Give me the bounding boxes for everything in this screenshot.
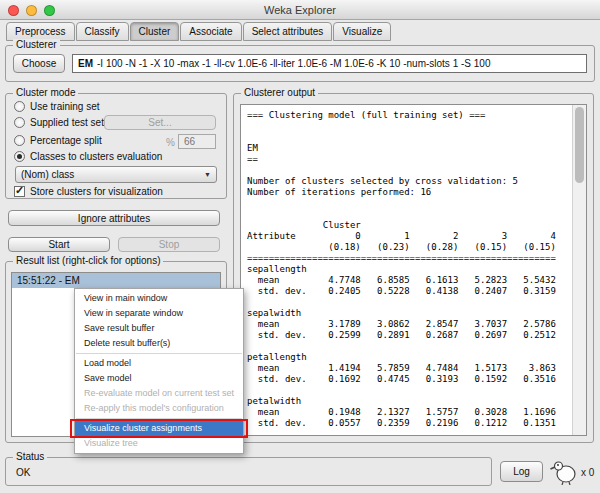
chevron-down-icon: ▼: [204, 171, 211, 178]
menu-item-delete-result-buffer[interactable]: Delete result buffer(s): [75, 336, 243, 351]
class-attribute-dropdown[interactable]: (Nom) class ▼: [15, 166, 217, 183]
title-bar: Weka Explorer: [0, 0, 600, 20]
menu-item-save-result-buffer[interactable]: Save result buffer: [75, 321, 243, 336]
clusterer-output-group-label: Clusterer output: [241, 87, 318, 99]
status-message: OK: [16, 467, 30, 478]
vertical-scrollbar[interactable]: [572, 105, 586, 435]
result-list-item[interactable]: 15:51:22 - EM: [12, 273, 220, 288]
store-clusters-checkbox-row[interactable]: Store clusters for visualization: [14, 186, 163, 197]
radio-percentage-split[interactable]: Percentage split: [14, 135, 102, 146]
clusterer-params: -I 100 -N -1 -X 10 -max -1 -ll-cv 1.0E-6…: [97, 58, 490, 69]
radio-use-training-set[interactable]: Use training set: [14, 101, 99, 112]
choose-button[interactable]: Choose: [13, 54, 65, 73]
result-list-group-label: Result list (right-click for options): [13, 255, 163, 267]
radio-selected-icon: [14, 151, 25, 162]
stop-button[interactable]: Stop: [118, 237, 220, 252]
menu-item-view-in-main-window[interactable]: View in main window: [75, 291, 243, 306]
tab-classify[interactable]: Classify: [76, 22, 129, 41]
clusterer-output-area: === Clustering model (full training set)…: [240, 104, 587, 436]
clusterer-output-text: === Clustering model (full training set)…: [241, 105, 572, 435]
clusterer-group: Clusterer Choose EM -I 100 -N -1 -X 10 -…: [5, 45, 595, 82]
tab-associate[interactable]: Associate: [180, 22, 241, 41]
menu-item-save-model[interactable]: Save model: [75, 371, 243, 386]
tab-bar: Preprocess Classify Cluster Associate Se…: [6, 22, 391, 41]
radio-classes-to-clusters[interactable]: Classes to clusters evaluation: [14, 151, 162, 162]
menu-item-label: Visualize cluster assignments: [84, 423, 202, 433]
menu-separator: [76, 353, 242, 354]
radio-icon: [14, 135, 25, 146]
tab-select-attributes[interactable]: Select attributes: [243, 22, 333, 41]
set-test-set-button[interactable]: Set...: [104, 115, 216, 130]
checkbox-label: Store clusters for visualization: [30, 186, 163, 197]
menu-item-visualize-cluster-assignments[interactable]: Visualize cluster assignments: [75, 421, 243, 436]
window-title: Weka Explorer: [0, 4, 600, 16]
menu-separator: [76, 418, 242, 419]
menu-item-re-apply-configuration: Re-apply this model's configuration: [75, 401, 243, 416]
clusterer-scheme: EM: [78, 58, 93, 69]
percent-label: %: [166, 137, 175, 148]
cluster-mode-group-label: Cluster mode: [13, 87, 78, 99]
clusterer-output-group: Clusterer output === Clustering model (f…: [233, 93, 594, 443]
ignore-attributes-button[interactable]: Ignore attributes: [8, 210, 220, 226]
radio-label: Classes to clusters evaluation: [30, 151, 162, 162]
radio-label: Use training set: [30, 101, 99, 112]
tab-visualize[interactable]: Visualize: [333, 22, 391, 41]
result-context-menu: View in main window View in separate win…: [74, 288, 244, 454]
radio-icon: [14, 117, 25, 128]
clusterer-command-field[interactable]: EM -I 100 -N -1 -X 10 -max -1 -ll-cv 1.0…: [72, 54, 587, 73]
checkbox-checked-icon: [14, 186, 25, 197]
memory-indicator: x 0: [581, 467, 594, 478]
scrollbar-thumb[interactable]: [575, 107, 584, 183]
weka-bird-icon: [550, 458, 578, 485]
radio-label: Supplied test set: [30, 117, 104, 128]
clusterer-group-label: Clusterer: [13, 39, 60, 51]
radio-supplied-test-set[interactable]: Supplied test set: [14, 117, 104, 128]
menu-item-load-model[interactable]: Load model: [75, 356, 243, 371]
status-group: Status OK: [5, 457, 492, 486]
tab-cluster[interactable]: Cluster: [130, 22, 180, 41]
radio-label: Percentage split: [30, 135, 102, 146]
radio-icon: [14, 101, 25, 112]
percent-split-field[interactable]: 66: [178, 134, 216, 149]
start-button[interactable]: Start: [8, 237, 110, 252]
menu-item-view-in-separate-window[interactable]: View in separate window: [75, 306, 243, 321]
menu-item-visualize-tree: Visualize tree: [75, 436, 243, 451]
status-group-label: Status: [13, 451, 47, 463]
menu-item-re-evaluate-model: Re-evaluate model on current test set: [75, 386, 243, 401]
cluster-mode-group: Cluster mode Use training set Supplied t…: [5, 93, 227, 199]
log-button[interactable]: Log: [500, 461, 543, 482]
class-attribute-value: (Nom) class: [21, 169, 74, 180]
